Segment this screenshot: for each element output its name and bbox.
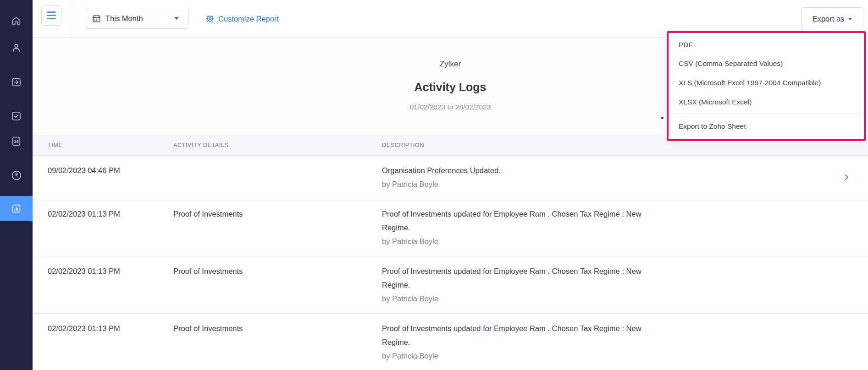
column-header-activity: ACTIVITY DETAILS	[173, 142, 382, 148]
pay-runs-icon	[11, 76, 22, 88]
export-menu-item-xlsx[interactable]: XLSX (Microsoft Excel)	[669, 92, 864, 112]
svg-text:16: 16	[14, 139, 18, 144]
topbar-divider	[70, 2, 70, 38]
period-selector-value: This Month	[105, 14, 143, 23]
sidebar-item-form-16[interactable]: 16	[0, 129, 33, 153]
table-row[interactable]: 02/02/2023 01:13 PM Proof of Investments…	[33, 256, 868, 314]
menu-toggle-button[interactable]	[41, 5, 61, 26]
chevron-right-icon[interactable]	[842, 173, 851, 181]
sidebar-item-taxes[interactable]: ₹	[0, 163, 33, 188]
customize-report-label: Customize Report	[218, 15, 279, 23]
row-time: 02/02/2023 01:13 PM	[48, 264, 173, 278]
sidebar-item-approvals[interactable]	[0, 103, 33, 128]
chevron-down-icon	[848, 18, 852, 20]
row-time: 09/02/2023 04:46 PM	[48, 163, 173, 177]
customize-report-link[interactable]: Customize Report	[205, 14, 279, 24]
svg-text:₹: ₹	[15, 172, 18, 179]
export-menu-item-xls[interactable]: XLS (Microsoft Excel 1997-2004 Compatibl…	[669, 73, 864, 92]
calendar-icon	[92, 14, 101, 23]
column-header-description: DESCRIPTION	[382, 142, 833, 148]
gear-icon	[205, 14, 215, 23]
sidebar-item-reports[interactable]	[0, 196, 33, 221]
employees-icon	[11, 42, 22, 54]
row-activity: Proof of Investments	[173, 207, 382, 221]
form16-icon: 16	[11, 136, 22, 147]
table-row[interactable]: 02/02/2023 01:13 PM Proof of Investments…	[33, 314, 868, 370]
table-row[interactable]: 02/02/2023 01:13 PM Proof of Investments…	[33, 199, 868, 256]
approvals-icon	[11, 110, 22, 122]
period-selector[interactable]: This Month	[85, 8, 188, 29]
export-as-label: Export as	[813, 15, 845, 23]
export-menu-item-zoho-sheet[interactable]: Export to Zoho Sheet	[669, 114, 864, 140]
row-activity: Proof of Investments	[173, 264, 382, 278]
table-row[interactable]: 09/02/2023 04:46 PM Organisation Prefere…	[33, 156, 868, 199]
sidebar-item-pay-runs[interactable]	[0, 70, 33, 94]
row-description: Proof of Investments updated for Employe…	[382, 207, 833, 248]
row-description: Proof of Investments updated for Employe…	[382, 321, 833, 363]
export-menu: PDF CSV (Comma Separated Values) XLS (Mi…	[667, 31, 866, 141]
bar-chart-icon	[11, 203, 22, 214]
sidebar: 16 ₹	[0, 0, 33, 370]
sidebar-item-home[interactable]	[0, 8, 33, 33]
row-description: Organisation Preferences Updated. by Pat…	[382, 163, 833, 191]
sidebar-item-employees[interactable]	[0, 35, 33, 60]
hamburger-icon	[47, 11, 56, 13]
export-menu-item-pdf[interactable]: PDF	[669, 35, 864, 54]
row-activity: Proof of Investments	[173, 321, 382, 335]
row-time: 02/02/2023 01:13 PM	[48, 207, 173, 221]
chevron-down-icon	[174, 17, 179, 20]
rupee-circle-icon: ₹	[11, 169, 22, 181]
row-time: 02/02/2023 01:13 PM	[48, 321, 173, 335]
export-menu-item-csv[interactable]: CSV (Comma Separated Values)	[669, 54, 864, 74]
column-header-time: TIME	[48, 142, 173, 148]
row-description: Proof of Investments updated for Employe…	[382, 264, 833, 305]
activity-log-table: TIME ACTIVITY DETAILS DESCRIPTION 09/02/…	[33, 135, 868, 370]
home-icon	[11, 15, 22, 27]
export-as-button[interactable]: Export as	[801, 7, 863, 30]
